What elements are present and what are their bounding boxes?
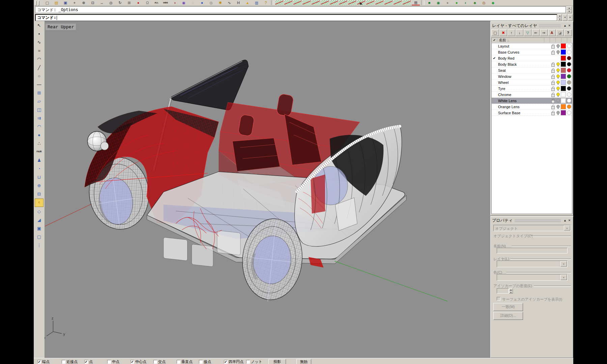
layer-name[interactable]: Body Black [497,62,551,66]
osnap-checkbox-接点[interactable] [199,360,203,364]
toolbar-grip[interactable] [38,1,39,5]
layer-lock-icon[interactable] [551,86,556,91]
layer-bulb-icon[interactable] [556,62,561,67]
zoom-window-icon[interactable]: ⊡ [89,0,97,5]
command-spin-down-button[interactable]: ▼ [558,18,562,21]
layer-color-swatch[interactable] [561,62,566,67]
edit-tool-2-icon[interactable] [284,0,292,5]
handle-tool-icon[interactable]: H [234,0,242,5]
material-icon[interactable]: ◎ [480,0,488,5]
layer-color-swatch[interactable] [561,86,566,91]
edit-tool-14-icon[interactable] [394,0,402,5]
circle-tool-icon[interactable]: ○ [35,72,43,80]
layer-bulb-icon[interactable] [556,74,561,79]
car-icon[interactable]: ● [134,0,142,5]
collapse-button[interactable]: ⇐ [532,29,540,36]
layer-list-header[interactable]: ✔ 名前 △ [491,37,572,43]
layer-material-icon[interactable] [566,92,572,97]
layer-material-icon[interactable] [566,74,572,79]
layer-color-swatch[interactable] [561,104,566,109]
new-layer-button[interactable]: ▢ [491,29,499,36]
layer-color-swatch[interactable] [561,74,566,79]
layer-name[interactable]: Seat [497,68,551,72]
osnap-checkbox-中心点[interactable]: ✔ [131,360,134,364]
layer-color-swatch[interactable] [561,92,566,97]
cylinder-tool-icon[interactable]: ⊔ [35,173,43,181]
pipe-tool-icon[interactable]: ◠ [35,123,43,130]
hide-label[interactable]: HIDE [162,0,170,5]
layer-row[interactable]: Layout [492,43,572,49]
viewport-title[interactable]: Rear Upper [46,24,76,30]
layer-lock-icon[interactable] [551,68,556,73]
point-tool-icon[interactable]: ▪ [35,30,43,38]
tree-icon[interactable]: ♣ [471,0,479,5]
close-panel-icon[interactable]: ✕ [567,24,572,27]
layer-bulb-icon[interactable] [556,86,561,91]
open-file-icon[interactable]: ▨ [52,0,60,5]
layer-color-swatch[interactable] [561,43,566,49]
osnap-checkbox-四半円点[interactable]: ✔ [224,360,228,364]
osnap-checkbox-中点[interactable] [107,360,111,364]
delete-layer-button[interactable]: ✖ [499,29,507,36]
options-gear-icon[interactable]: ✱ [216,0,224,5]
curve-tool-icon[interactable]: ∿ [225,0,233,5]
zoom-selected-icon[interactable]: ◎ [107,0,115,5]
edit-tool-7-icon[interactable] [330,0,338,5]
layer-row[interactable]: Surface Base [492,110,572,116]
layer-material-icon[interactable] [566,98,572,103]
target-grid-icon[interactable]: ⊕ [35,182,43,189]
osnap-checkbox-点[interactable]: ✔ [84,360,88,364]
curve-cv-icon[interactable]: ∿ [35,38,43,46]
layer-bulb-icon[interactable] [556,50,561,55]
surface-intersect-icon[interactable]: ◫ [35,106,43,114]
layer-row[interactable]: Base Curves [492,49,572,55]
command-right-button[interactable]: ► [568,14,573,21]
layer-color-swatch[interactable] [561,98,566,103]
color-dropdown[interactable]: ▼ [497,274,568,281]
layer-name[interactable]: Orange Lens [497,105,551,109]
layer-name[interactable]: Base Curves [497,50,551,54]
rendered-view-icon[interactable]: ● [198,0,206,5]
edit-tool-11-icon[interactable] [366,0,374,5]
render-save-icon[interactable]: ◉ [434,0,442,5]
pan-view-icon[interactable]: + [70,0,79,5]
layer-name[interactable]: Wheel [497,81,551,85]
select-pointer-icon[interactable]: ↖ [35,22,43,29]
edit-tool-13-icon[interactable] [384,0,393,5]
surface-pair-icon[interactable]: ⊟ [35,190,43,198]
help-button[interactable]: ? [564,29,572,36]
layer-name[interactable]: Layout [497,44,551,48]
edit-tool-15-icon[interactable] [403,0,411,5]
layer-lock-icon[interactable] [551,98,556,103]
mask-button[interactable]: ◪ [556,29,564,36]
color-wheel-icon[interactable]: ◉ [180,0,188,5]
layer-name[interactable]: Tyre [497,87,551,91]
command-spin-up-button[interactable]: ▲ [558,14,562,18]
fair-tool-icon[interactable]: FAIR [35,148,43,156]
edit-tool-12-icon[interactable] [375,0,383,5]
command-left-button[interactable]: ◄ [562,14,567,21]
shaded-view-icon[interactable]: ◑ [171,0,179,5]
render-environment-icon[interactable]: ◐ [462,0,470,5]
ghosted-view-icon[interactable]: ◌ [189,0,197,5]
barrel-icon[interactable]: ▥ [253,0,261,5]
layer-material-icon[interactable] [566,104,572,109]
polyline-tool-icon[interactable]: — [35,81,43,88]
osnap-checkbox-交点[interactable] [153,360,157,364]
layer-row[interactable]: Wheel [492,80,572,86]
isocurve-density-field[interactable] [497,288,509,294]
osnap-checkbox-垂直点[interactable] [177,360,180,364]
layer-row[interactable]: Seat [492,67,572,73]
surface-plane-icon[interactable]: ▱ [35,97,43,105]
rebuild-tool-icon[interactable]: ♟ [35,156,43,164]
history-scroll-up-button[interactable]: ▲ [567,6,572,10]
layer-bulb-icon[interactable] [556,80,561,85]
layer-row[interactable]: Orange Lens [492,104,572,110]
edit-tool-3-icon[interactable] [293,0,301,5]
layer-lock-icon[interactable] [551,104,556,109]
layer-material-icon[interactable] [566,62,572,66]
layer-name[interactable]: Surface Base [497,111,551,115]
layer-row[interactable]: White Lens [492,98,572,104]
density-spin-down-button[interactable]: ▼ [509,291,513,294]
layer-row[interactable]: Chrome [492,92,572,98]
